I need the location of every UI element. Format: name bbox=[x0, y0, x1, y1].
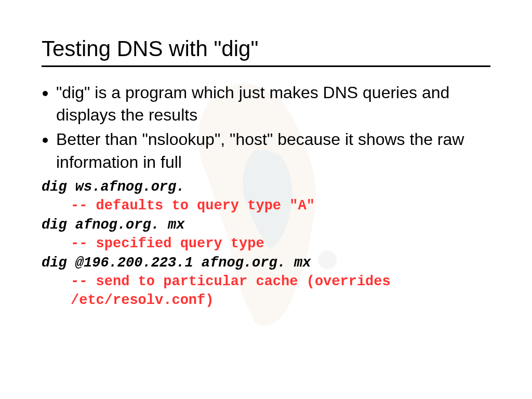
command-comment: -- send to particular cache (overrides /… bbox=[42, 272, 490, 310]
command-line: dig afnog.org. mx bbox=[42, 216, 490, 234]
title-rule bbox=[42, 65, 490, 67]
slide-content: Testing DNS with "dig" "dig" is a progra… bbox=[0, 0, 532, 310]
command-comment: -- defaults to query type "A" bbox=[42, 196, 490, 215]
command-line: dig ws.afnog.org. bbox=[42, 178, 490, 196]
slide-title: Testing DNS with "dig" bbox=[42, 36, 490, 61]
code-examples: dig ws.afnog.org. -- defaults to query t… bbox=[42, 178, 490, 310]
command-line: dig @196.200.223.1 afnog.org. mx bbox=[42, 254, 490, 272]
bullet-list: "dig" is a program which just makes DNS … bbox=[42, 82, 490, 174]
bullet-item: Better than "nslookup", "host" because i… bbox=[56, 128, 490, 173]
command-comment: -- specified query type bbox=[42, 234, 490, 253]
bullet-item: "dig" is a program which just makes DNS … bbox=[56, 82, 490, 126]
